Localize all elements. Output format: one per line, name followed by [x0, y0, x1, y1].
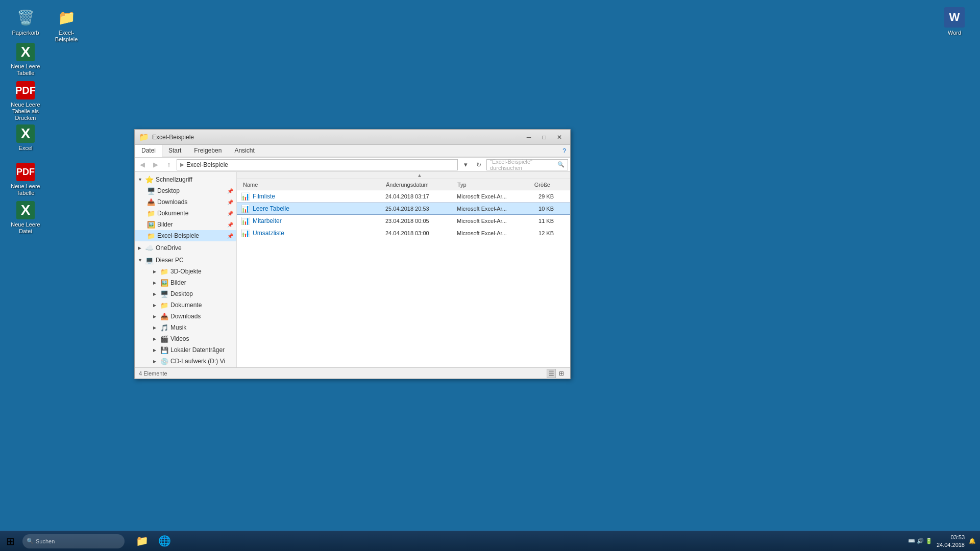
sidebar-item-musik[interactable]: ▶ 🎵 Musik	[135, 322, 236, 333]
file-type-leere-tabelle: Microsoft Excel-Ar...	[457, 206, 523, 212]
chevron-desktop: ▶	[153, 292, 159, 296]
tab-datei[interactable]: Datei	[135, 145, 162, 157]
bilder-pc-label: Bilder	[170, 279, 233, 286]
excel-beispiele-label: Excel-Beispiele	[48, 30, 85, 43]
file-row[interactable]: 📊 Filmliste 24.04.2018 03:17 Microsoft E…	[237, 190, 570, 203]
window-title: Excel-Beispiele	[152, 134, 522, 141]
taskbar-clock: 03:53 24.04.2018	[937, 534, 965, 548]
forward-button[interactable]: ▶	[150, 159, 161, 170]
desktop-icon-neue-leere-datei[interactable]: X Neue Leere Datei	[5, 199, 46, 237]
pdf-icon-2: PDF	[16, 163, 35, 181]
desktop-icon-neue-leere-tabelle-drucken[interactable]: PDF Neue Leere Tabelle als Drucken	[5, 79, 46, 124]
bilder-label: Bilder	[157, 221, 227, 228]
taskbar-tray: ⌨️ 🔊 🔋 03:53 24.04.2018 🔔	[904, 534, 980, 548]
desktop-icon-sidebar: 🖥️	[147, 187, 155, 195]
minimize-button[interactable]: ─	[522, 132, 535, 142]
sidebar-item-videos[interactable]: ▶ 🎬 Videos	[135, 333, 236, 344]
help-button[interactable]: ?	[558, 145, 570, 157]
taskbar-apps: 📁 🌐	[127, 531, 904, 552]
back-button[interactable]: ◀	[137, 159, 148, 170]
file-row[interactable]: 📊 Umsatzliste 24.04.2018 03:00 Microsoft…	[237, 227, 570, 239]
desktop-icon-excel-beispiele[interactable]: 📁 Excel-Beispiele	[46, 5, 87, 45]
neue-leere-tabelle-2-label: Neue Leere Tabelle	[7, 183, 44, 196]
neue-leere-tabelle-label: Neue Leere Tabelle	[7, 63, 44, 77]
ribbon: Datei Start Freigeben Ansicht ?	[135, 145, 570, 158]
desktop-icon-recycle-bin[interactable]: 🗑️ Papierkorb	[5, 5, 46, 38]
file-icon-filmliste: 📊	[241, 192, 250, 201]
taskbar-app-edge[interactable]: 🌐	[153, 531, 176, 552]
sidebar-header-schnellzugriff[interactable]: ▼ ⭐ Schnellzugriff	[135, 174, 236, 185]
onedrive-label: OneDrive	[156, 244, 233, 252]
chevron-down-icon: ▼	[138, 177, 144, 182]
downloads-label: Downloads	[157, 198, 227, 206]
clock-time: 03:53	[937, 534, 965, 541]
file-date-mitarbeiter: 23.04.2018 00:05	[385, 218, 457, 224]
col-header-type[interactable]: Typ	[455, 182, 522, 188]
pin-icon-dokumente: 📌	[227, 211, 233, 216]
desktop-icon-neue-leere-tabelle-2[interactable]: PDF Neue Leere Tabelle	[5, 161, 46, 198]
refresh-button[interactable]: ↻	[473, 159, 484, 170]
sidebar-header-dieser-pc[interactable]: ▼ 💻 Dieser PC	[135, 255, 236, 266]
ribbon-tab-bar: Datei Start Freigeben Ansicht ?	[135, 145, 570, 157]
tab-ansicht[interactable]: Ansicht	[228, 145, 261, 157]
sidebar-item-dokumente[interactable]: 📁 Dokumente 📌	[135, 208, 236, 219]
large-icons-button[interactable]: ⊞	[557, 369, 566, 378]
tab-freigeben[interactable]: Freigeben	[188, 145, 228, 157]
col-header-size[interactable]: Größe	[522, 182, 552, 188]
sidebar-item-bilder[interactable]: 🖼️ Bilder 📌	[135, 219, 236, 230]
search-box[interactable]: "Excel-Beispiele" durchsuchen 🔍	[486, 159, 568, 170]
neue-leere-datei-label: Neue Leere Datei	[7, 221, 44, 235]
sidebar-item-3d-objekte[interactable]: ▶ 📁 3D-Objekte	[135, 266, 236, 277]
sidebar-item-excel-beispiele[interactable]: 📁 Excel-Beispiele 📌	[135, 230, 236, 241]
desktop-icon-word[interactable]: W Word	[934, 5, 975, 38]
videos-label: Videos	[170, 335, 233, 342]
details-view-button[interactable]: ☰	[547, 369, 556, 378]
close-button[interactable]: ✕	[553, 132, 566, 142]
sidebar-item-downloads[interactable]: 📥 Downloads 📌	[135, 196, 236, 208]
sidebar-item-cd-laufwerk[interactable]: ▶ 💿 CD-Laufwerk (D:) Vi	[135, 356, 236, 367]
dokumente-label: Dokumente	[157, 210, 227, 217]
window-controls: ─ □ ✕	[522, 132, 566, 142]
notification-icon[interactable]: 🔔	[969, 538, 976, 544]
pin-icon-desktop: 📌	[227, 188, 233, 194]
desktop-label: Desktop	[157, 187, 227, 194]
excel-beispiele-nav-label: Excel-Beispiele	[157, 232, 227, 239]
search-icon-taskbar: 🔍	[27, 538, 34, 544]
up-button[interactable]: ↑	[163, 159, 175, 170]
breadcrumb-item[interactable]: Excel-Beispiele	[186, 161, 228, 168]
desktop-pc-label: Desktop	[170, 290, 233, 297]
3d-objekte-label: 3D-Objekte	[170, 268, 233, 275]
address-path[interactable]: ▶ Excel-Beispiele	[177, 159, 458, 170]
start-button[interactable]: ⊞	[0, 531, 20, 552]
desktop-icon-excel[interactable]: X Excel	[5, 122, 46, 154]
bilder-pc-icon: 🖼️	[160, 279, 168, 287]
address-dropdown[interactable]: ▾	[460, 159, 471, 170]
sidebar-item-desktop[interactable]: 🖥️ Desktop 📌	[135, 185, 236, 196]
sidebar-item-dokumente-pc[interactable]: ▶ 📁 Dokumente	[135, 299, 236, 311]
desktop: 🗑️ Papierkorb 📁 Excel-Beispiele X Neue L…	[0, 0, 980, 531]
sidebar-section-schnellzugriff: ▼ ⭐ Schnellzugriff 🖥️ Desktop 📌 📥 Downlo…	[135, 174, 236, 241]
file-row[interactable]: 📊 Mitarbeiter 23.04.2018 00:05 Microsoft…	[237, 215, 570, 227]
excel-icon-1: X	[16, 43, 35, 61]
sidebar-header-onedrive[interactable]: ▶ ☁️ OneDrive	[135, 242, 236, 254]
dieser-pc-icon: 💻	[145, 256, 154, 264]
desktop-icon-neue-leere-tabelle[interactable]: X Neue Leere Tabelle	[5, 41, 46, 79]
col-header-date[interactable]: Änderungsdatum	[384, 182, 455, 188]
tab-start[interactable]: Start	[162, 145, 188, 157]
maximize-button[interactable]: □	[537, 132, 551, 142]
file-size-leere-tabelle: 10 KB	[523, 206, 554, 212]
col-header-name[interactable]: Name	[241, 182, 384, 188]
downloads-pc-label: Downloads	[170, 313, 233, 320]
sidebar-item-desktop-pc[interactable]: ▶ 🖥️ Desktop	[135, 288, 236, 299]
sidebar-item-lokaler-datentraeger[interactable]: ▶ 💾 Lokaler Datenträger	[135, 344, 236, 356]
taskbar-app-file-explorer[interactable]: 📁	[131, 531, 153, 552]
search-icon: 🔍	[557, 161, 565, 168]
bilder-icon: 🖼️	[147, 221, 155, 229]
sidebar-item-bilder-pc[interactable]: ▶ 🖼️ Bilder	[135, 277, 236, 288]
file-type-mitarbeiter: Microsoft Excel-Ar...	[457, 218, 523, 224]
sidebar-item-downloads-pc[interactable]: ▶ 📥 Downloads	[135, 311, 236, 322]
taskbar-search[interactable]: 🔍 Suchen	[22, 534, 125, 548]
chevron-bilder: ▶	[153, 281, 159, 285]
file-row[interactable]: 📊 Leere Tabelle 25.04.2018 20:53 Microso…	[237, 203, 570, 215]
file-name-mitarbeiter: Mitarbeiter	[253, 217, 385, 224]
